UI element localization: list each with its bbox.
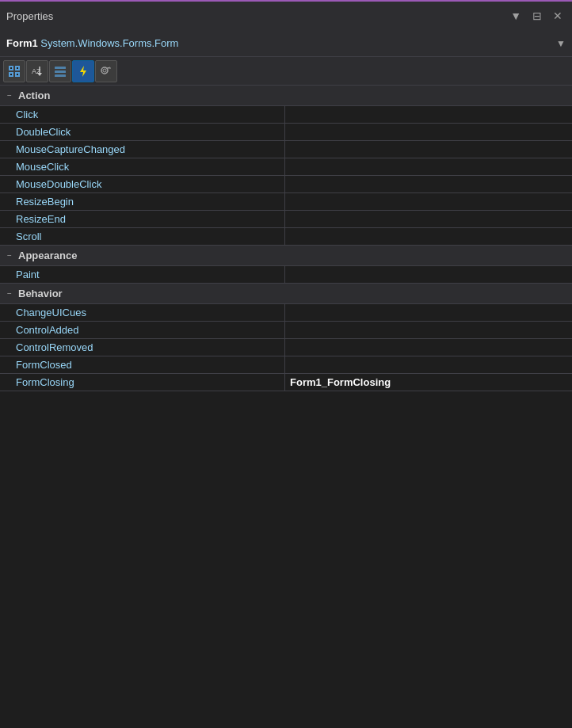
property-paint-name: Paint [0, 266, 285, 283]
property-controladded[interactable]: ControlAdded [0, 322, 572, 339]
svg-marker-14 [80, 66, 86, 77]
property-paint[interactable]: Paint [0, 266, 572, 284]
alphabetical-btn[interactable]: AZ [26, 60, 48, 82]
appearance-collapse-icon[interactable]: − [5, 251, 14, 260]
property-changeuicues-name: ChangeUICues [0, 304, 285, 321]
property-resizeend[interactable]: ResizeEnd [0, 211, 572, 228]
panel-title: Properties [6, 10, 53, 22]
property-paint-value[interactable] [285, 266, 572, 283]
property-mousedoubleclick-name: MouseDoubleClick [0, 176, 285, 192]
title-bar: Properties ▼ ⊟ ✕ [0, 0, 572, 30]
svg-rect-6 [10, 74, 12, 75]
svg-rect-11 [55, 67, 66, 69]
property-controladded-value[interactable] [285, 322, 572, 338]
property-formclosed[interactable]: FormClosed [0, 356, 572, 374]
property-click[interactable]: Click [0, 106, 572, 124]
categorized-btn[interactable] [3, 60, 25, 82]
property-resizebegin-value[interactable] [285, 193, 572, 210]
category-action-label: Action [18, 90, 50, 101]
property-formclosed-value[interactable] [285, 356, 572, 373]
property-formclosed-name: FormClosed [0, 356, 285, 373]
property-mousecapturechanged-name: MouseCaptureChanged [0, 141, 285, 158]
property-formclosing[interactable]: FormClosing Form1_FormClosing [0, 374, 572, 391]
behavior-collapse-icon[interactable]: − [5, 289, 14, 298]
property-mouseclick-name: MouseClick [0, 158, 285, 175]
dropdown-btn[interactable]: ▼ [507, 8, 524, 24]
property-doubleclick[interactable]: DoubleClick [0, 124, 572, 141]
action-collapse-icon[interactable]: − [5, 91, 14, 100]
category-appearance-label: Appearance [18, 250, 77, 261]
property-formclosing-value[interactable]: Form1_FormClosing [285, 374, 572, 391]
svg-point-16 [103, 69, 106, 72]
property-mouseclick[interactable]: MouseClick [0, 158, 572, 176]
property-click-value[interactable] [285, 106, 572, 123]
svg-point-15 [101, 67, 108, 74]
property-scroll-name: Scroll [0, 228, 285, 245]
title-bar-controls: ▼ ⊟ ✕ [507, 8, 566, 24]
svg-rect-7 [17, 74, 18, 75]
property-mousedoubleclick-value[interactable] [285, 176, 572, 192]
category-behavior-header[interactable]: − Behavior [0, 284, 572, 304]
close-btn[interactable]: ✕ [550, 8, 566, 24]
property-mousecapturechanged[interactable]: MouseCaptureChanged [0, 141, 572, 158]
form-dropdown-icon[interactable]: ▼ [556, 38, 566, 49]
property-resizebegin-name: ResizeBegin [0, 193, 285, 210]
property-mouseclick-value[interactable] [285, 158, 572, 175]
property-mousecapturechanged-value[interactable] [285, 141, 572, 158]
property-resizebegin[interactable]: ResizeBegin [0, 193, 572, 211]
property-doubleclick-value[interactable] [285, 124, 572, 140]
events-btn[interactable] [72, 60, 94, 82]
form-type: System.Windows.Forms.Form [40, 37, 178, 49]
svg-rect-4 [10, 67, 12, 69]
property-changeuicues[interactable]: ChangeUICues [0, 304, 572, 322]
category-appearance-header[interactable]: − Appearance [0, 246, 572, 266]
svg-rect-12 [55, 71, 66, 73]
property-resizeend-value[interactable] [285, 211, 572, 227]
category-behavior-label: Behavior [18, 288, 63, 299]
properties-content: − Action Click DoubleClick MouseCaptureC… [0, 86, 572, 728]
property-formclosing-name: FormClosing [0, 374, 285, 391]
property-controlremoved[interactable]: ControlRemoved [0, 339, 572, 356]
form-info: Form1 System.Windows.Forms.Form [6, 37, 178, 49]
property-mousedoubleclick[interactable]: MouseDoubleClick [0, 176, 572, 193]
form-info-bar: Form1 System.Windows.Forms.Form ▼ [0, 30, 572, 57]
svg-rect-5 [17, 67, 18, 69]
svg-rect-13 [55, 74, 66, 77]
properties-toolbar: AZ [0, 57, 572, 86]
property-controladded-name: ControlAdded [0, 322, 285, 338]
property-controlremoved-value[interactable] [285, 339, 572, 356]
pin-btn[interactable]: ⊟ [529, 8, 545, 24]
properties-view-btn[interactable] [49, 60, 71, 82]
property-controlremoved-name: ControlRemoved [0, 339, 285, 356]
property-doubleclick-name: DoubleClick [0, 124, 285, 140]
property-changeuicues-value[interactable] [285, 304, 572, 321]
category-action-header[interactable]: − Action [0, 86, 572, 106]
property-scroll[interactable]: Scroll [0, 228, 572, 246]
property-scroll-value[interactable] [285, 228, 572, 245]
search-btn[interactable] [95, 60, 117, 82]
property-click-name: Click [0, 106, 285, 123]
form-name: Form1 [6, 37, 38, 49]
property-resizeend-name: ResizeEnd [0, 211, 285, 227]
